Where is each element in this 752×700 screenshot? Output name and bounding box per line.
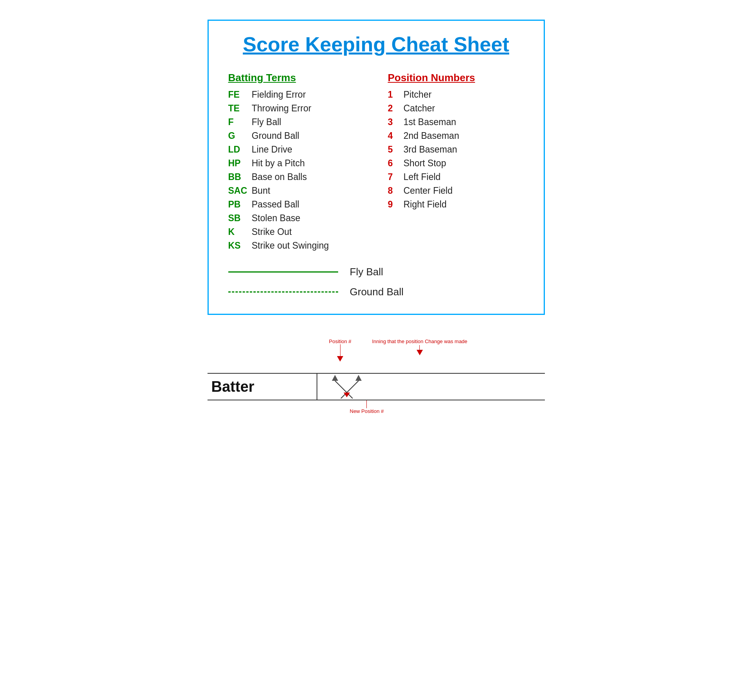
term-row: TEThrowing Error [228,103,364,114]
term-desc: Fielding Error [252,89,306,100]
batting-terms-list: FEFielding ErrorTEThrowing ErrorFFly Bal… [228,89,364,251]
annotation-new-position: New Position # [350,400,384,414]
position-number: 9 [388,199,404,210]
term-abbr: HP [228,158,252,169]
term-row: LDLine Drive [228,144,364,155]
term-desc: Throwing Error [252,103,311,114]
solid-line [228,271,338,273]
position-name: 2nd Baseman [404,131,459,141]
batter-label: Batter [208,374,317,400]
term-abbr: G [228,131,252,141]
position-name: 1st Baseman [404,117,456,127]
batter-row: Batter [208,373,545,400]
positions-list: 1Pitcher2Catcher31st Baseman42nd Baseman… [388,89,524,210]
annotation-new-position-text: New Position # [350,408,384,414]
position-row: 6Short Stop [388,158,524,169]
term-row: SACBunt [228,185,364,196]
position-name: 3rd Baseman [404,144,457,155]
position-number: 7 [388,172,404,182]
position-number: 8 [388,185,404,196]
legend-dashed-row: Ground Ball [228,286,524,298]
position-row: 42nd Baseman [388,131,524,141]
dashed-line [228,291,338,293]
term-desc: Base on Balls [252,172,307,182]
term-row: FFly Ball [228,117,364,127]
position-row: 53rd Baseman [388,144,524,155]
term-desc: Hit by a Pitch [252,158,305,169]
ann-pos-num-arrow [337,356,343,362]
term-desc: Bunt [252,185,270,196]
term-abbr: KS [228,240,252,251]
position-heading: Position Numbers [388,72,524,84]
position-name: Center Field [404,185,453,196]
position-row: 9Right Field [388,199,524,210]
term-desc: Line Drive [252,144,293,155]
batting-heading: Batting Terms [228,72,364,84]
main-title: Score Keeping Cheat Sheet [228,33,524,56]
position-number: 2 [388,103,404,114]
position-name: Pitcher [404,89,432,100]
legend-solid-row: Fly Ball [228,266,524,278]
batter-score-area [317,374,545,400]
position-name: Left Field [404,172,441,182]
term-row: HPHit by a Pitch [228,158,364,169]
score-area-box [321,373,372,400]
term-row: FEFielding Error [228,89,364,100]
term-desc: Fly Ball [252,117,281,127]
dashed-label: Ground Ball [350,286,404,298]
below-annotations: New Position # [208,400,545,424]
position-number: 4 [388,131,404,141]
ann-inning-arrow [417,350,423,355]
ann-inning-line [419,345,420,350]
position-number: 1 [388,89,404,100]
annotation-inning-text: Inning that the position Change was made [372,338,468,345]
term-abbr: PB [228,199,252,210]
term-abbr: FE [228,89,252,100]
position-row: 31st Baseman [388,117,524,127]
term-row: BBBase on Balls [228,172,364,182]
term-row: KSStrike out Swinging [228,240,364,251]
position-column: Position Numbers 1Pitcher2Catcher31st Ba… [388,72,524,254]
position-number: 6 [388,158,404,169]
cheat-sheet-box: Score Keeping Cheat Sheet Batting Terms … [208,20,545,315]
term-abbr: TE [228,103,252,114]
diagram-section: Position # Inning that the position Chan… [208,338,545,424]
position-row: 8Center Field [388,185,524,196]
annotation-position-num: Position # [329,338,351,362]
legend-section: Fly Ball Ground Ball [228,266,524,298]
ann-pos-num-line [340,344,340,356]
two-columns: Batting Terms FEFielding ErrorTEThrowing… [228,72,524,254]
right-arrow-down-icon [355,375,362,381]
position-name: Right Field [404,199,447,210]
position-name: Short Stop [404,158,446,169]
term-row: GGround Ball [228,131,364,141]
term-desc: Strike Out [252,227,292,237]
score-diagram-svg [321,373,372,400]
left-arrow-down-icon [332,375,338,381]
position-number: 3 [388,117,404,127]
solid-label: Fly Ball [350,266,383,278]
term-desc: Passed Ball [252,199,299,210]
term-abbr: SAC [228,185,252,196]
position-row: 7Left Field [388,172,524,182]
annotation-position-num-text: Position # [329,338,351,344]
ann-new-pos-line [366,400,367,408]
term-abbr: LD [228,144,252,155]
position-row: 2Catcher [388,103,524,114]
term-desc: Ground Ball [252,131,299,141]
annotation-inning: Inning that the position Change was made [372,338,468,355]
term-abbr: F [228,117,252,127]
position-name: Catcher [404,103,435,114]
position-row: 1Pitcher [388,89,524,100]
term-abbr: BB [228,172,252,182]
batting-column: Batting Terms FEFielding ErrorTEThrowing… [228,72,364,254]
term-row: PBPassed Ball [228,199,364,210]
term-abbr: SB [228,213,252,224]
top-annotations: Position # Inning that the position Chan… [208,338,545,370]
position-number: 5 [388,144,404,155]
term-abbr: K [228,227,252,237]
term-row: SBStolen Base [228,213,364,224]
term-desc: Stolen Base [252,213,300,224]
term-desc: Strike out Swinging [252,240,329,251]
term-row: KStrike Out [228,227,364,237]
